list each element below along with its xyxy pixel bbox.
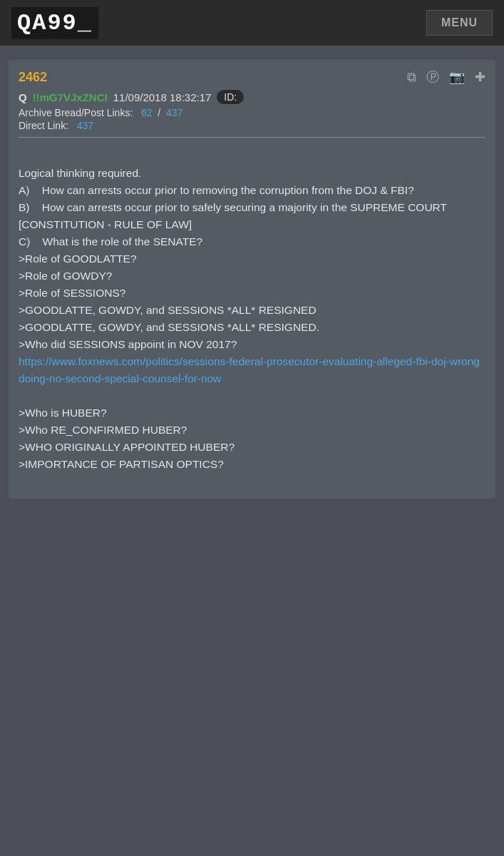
app-header: QA99_ MENU (0, 0, 504, 46)
fox-news-link[interactable]: https://www.foxnews.com/politics/session… (19, 355, 480, 384)
q-label: Q (19, 91, 27, 103)
post-icons: ⧉ Ⓟ 📷 ✚ (407, 68, 485, 86)
post-number: 2462 (19, 70, 47, 85)
body-text-2: >Who is HUBER? >Who RE_CONFIRMED HUBER? … (19, 407, 235, 470)
id-badge: ID: (217, 90, 244, 104)
archive-label: Archive Bread/Post Links: (19, 107, 133, 118)
post-header-row: 2462 ⧉ Ⓟ 📷 ✚ (19, 68, 485, 86)
logo: QA99_ (11, 7, 98, 39)
body-text: Logical thinking required. A) How can ar… (19, 167, 450, 350)
archive-bread-link[interactable]: 62 (141, 107, 153, 118)
main-content: 2462 ⧉ Ⓟ 📷 ✚ Q !!mG7VJxZNCI 11/09/2018 1… (0, 46, 504, 507)
direct-link[interactable]: 437 (77, 120, 93, 131)
logo-text: QA99_ (11, 7, 98, 39)
move-icon[interactable]: ✚ (475, 69, 485, 85)
post-body: Logical thinking required. A) How can ar… (19, 148, 485, 490)
vr-icon[interactable]: Ⓟ (426, 68, 439, 86)
divider (19, 137, 485, 138)
archive-post-link[interactable]: 437 (166, 107, 182, 118)
post-meta-row: Q !!mG7VJxZNCI 11/09/2018 18:32:17 ID: (19, 90, 485, 104)
image-icon[interactable]: 📷 (449, 69, 465, 85)
copy-icon[interactable]: ⧉ (407, 70, 416, 85)
archive-row: Archive Bread/Post Links: 62 / 437 (19, 107, 485, 118)
direct-link-label: Direct Link: (19, 120, 68, 131)
post-card: 2462 ⧉ Ⓟ 📷 ✚ Q !!mG7VJxZNCI 11/09/2018 1… (9, 60, 495, 499)
menu-button[interactable]: MENU (426, 10, 493, 36)
username: !!mG7VJxZNCI (33, 91, 108, 103)
timestamp: 11/09/2018 18:32:17 (113, 91, 212, 103)
direct-link-row: Direct Link: 437 (19, 120, 485, 131)
